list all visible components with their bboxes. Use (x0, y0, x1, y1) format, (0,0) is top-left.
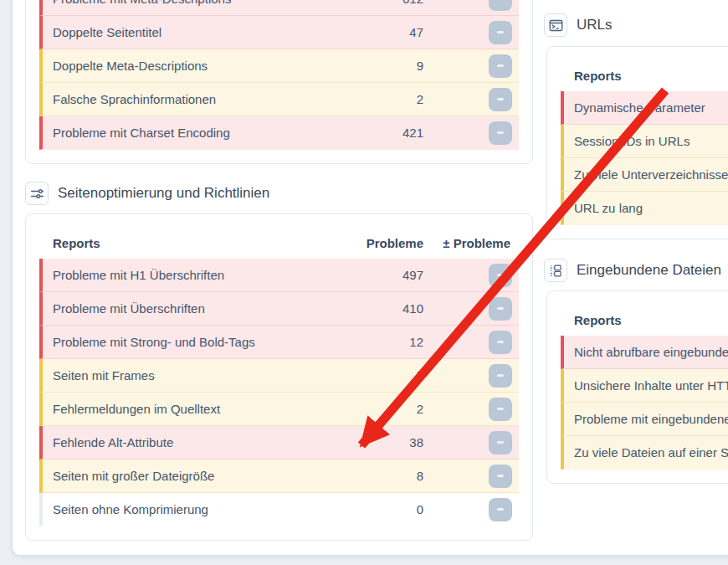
minus-button[interactable] (489, 121, 512, 145)
pageopt-reports-table-card: Reports Probleme ± Probleme Probleme mit… (25, 213, 533, 541)
problem-count: 8 (356, 469, 423, 483)
report-label: Probleme mit Meta-Descriptions (43, 0, 356, 6)
report-row[interactable]: URL zu lang (561, 192, 728, 225)
column-header-reports: Reports (561, 69, 728, 83)
report-row[interactable]: Unsichere Inhalte unter HTTPS (561, 369, 728, 403)
report-label: Zu viele Dateien auf einer Seite (564, 445, 728, 460)
minus-button[interactable] (489, 297, 512, 321)
minus-button[interactable] (489, 88, 512, 111)
report-label: Probleme mit eingebundenen Dateien (564, 412, 728, 426)
section-header-pageopt: Seitenoptimierung und Richtlinien (25, 182, 269, 205)
report-row[interactable]: Dynamische Parameter (561, 91, 728, 125)
minus-icon (497, 408, 504, 410)
report-label: URL zu lang (564, 201, 728, 215)
table-header-row: Reports Probleme ± Probleme (39, 228, 519, 259)
report-label: Dynamische Parameter (564, 100, 728, 115)
minus-button[interactable] (489, 264, 512, 287)
minus-button[interactable] (489, 398, 512, 421)
urls-reports-table-card: Reports Dynamische Parameter Session-IDs… (546, 46, 728, 239)
minus-icon (497, 475, 504, 477)
report-row[interactable]: Probleme mit H1 Überschriften 497 (39, 259, 519, 292)
report-label: Doppelte Meta-Descriptions (43, 59, 356, 73)
report-row[interactable]: Zu viele Unterverzeichnisse (561, 158, 728, 192)
minus-button[interactable] (489, 331, 512, 354)
minus-button[interactable] (489, 498, 512, 521)
report-row[interactable]: Fehlende Alt-Attribute 38 (39, 426, 519, 460)
report-row[interactable]: Doppelte Seitentitel 47 (39, 16, 519, 49)
report-row[interactable]: Probleme mit eingebundenen Dateien (561, 403, 728, 436)
problem-count: 2 (356, 402, 423, 416)
report-row[interactable]: Nicht abrufbare eingebundene Dateien (561, 336, 728, 369)
problem-count: 497 (356, 268, 423, 282)
report-label: Doppelte Seitentitel (43, 25, 356, 39)
column-header-problems: Probleme (356, 236, 423, 250)
report-row[interactable]: Probleme mit Meta-Descriptions 612 (39, 0, 519, 16)
section-header-files: Eingebundene Dateien (544, 259, 721, 282)
report-label: Session-IDs in URLs (564, 134, 728, 148)
report-row[interactable]: Seiten mit großer Dateigröße 8 (39, 460, 519, 493)
report-row[interactable]: Zu viele Dateien auf einer Seite (561, 436, 728, 470)
problem-count: 12 (356, 335, 423, 349)
report-row[interactable]: Fehlermeldungen im Quelltext 2 (39, 393, 519, 426)
problem-count: 9 (356, 59, 423, 73)
report-label: Falsche Sprachinformationen (43, 92, 356, 106)
report-label: Unsichere Inhalte unter HTTPS (564, 378, 728, 393)
problem-count: 0 (356, 502, 423, 516)
minus-icon (497, 374, 504, 377)
report-row[interactable]: Probleme mit Charset Encoding 421 (39, 116, 519, 150)
report-label: Seiten mit Frames (43, 368, 356, 383)
minus-button[interactable] (489, 54, 512, 78)
report-row[interactable]: Session-IDs in URLs (561, 125, 728, 158)
report-row[interactable]: Probleme mit Überschriften 410 (39, 292, 519, 326)
minus-icon (497, 274, 504, 276)
column-header-delta-problems: ± Probleme (423, 236, 519, 250)
report-label: Probleme mit Überschriften (43, 301, 356, 316)
report-row[interactable]: Probleme mit Strong- und Bold-Tags 12 (39, 326, 519, 359)
section-title: Seitenoptimierung und Richtlinien (58, 185, 269, 202)
minus-button[interactable] (489, 364, 512, 388)
minus-icon (497, 508, 504, 511)
report-label: Seiten mit großer Dateigröße (43, 469, 356, 483)
minus-button[interactable] (489, 21, 512, 44)
report-row[interactable]: Seiten mit Frames 5 (39, 359, 519, 393)
section-header-urls: URLs (544, 13, 613, 37)
report-label: Fehlermeldungen im Quelltext (43, 402, 356, 416)
report-label: Probleme mit Strong- und Bold-Tags (43, 335, 356, 349)
minus-icon (497, 98, 504, 100)
report-row[interactable]: Falsche Sprachinformationen 2 (39, 83, 519, 116)
minus-button[interactable] (489, 465, 512, 488)
sliders-icon (25, 182, 49, 205)
meta-reports-table-card: Probleme mit Meta-Descriptions 612 Doppe… (25, 0, 533, 164)
section-title: URLs (577, 17, 613, 33)
table-header-row: Reports (561, 305, 728, 336)
problem-count: 38 (356, 435, 423, 449)
problem-count: 612 (356, 0, 423, 6)
minus-icon (497, 31, 504, 33)
minus-icon (497, 341, 504, 343)
files-reports-table-card: Reports Nicht abrufbare eingebundene Dat… (546, 290, 728, 484)
report-label: Probleme mit Charset Encoding (43, 126, 356, 140)
problem-count: 47 (356, 25, 423, 39)
minus-icon (497, 307, 504, 310)
problem-count: 410 (356, 301, 423, 316)
report-label: Seiten ohne Komprimierung (43, 502, 356, 516)
minus-icon (497, 441, 504, 444)
section-title: Eingebundene Dateien (577, 262, 721, 279)
report-label: Nicht abrufbare eingebundene Dateien (564, 345, 728, 359)
file-tree-icon (544, 259, 567, 282)
minus-icon (497, 131, 504, 134)
terminal-window-icon (544, 13, 567, 37)
column-header-reports: Reports (561, 313, 728, 327)
problem-count: 2 (356, 92, 423, 106)
minus-button[interactable] (489, 0, 512, 11)
minus-button[interactable] (489, 431, 512, 455)
problem-count: 5 (356, 368, 423, 383)
minus-icon (497, 64, 504, 67)
report-label: Zu viele Unterverzeichnisse (564, 167, 728, 182)
report-label: Fehlende Alt-Attribute (43, 435, 356, 449)
report-row[interactable]: Doppelte Meta-Descriptions 9 (39, 49, 519, 83)
report-row[interactable]: Seiten ohne Komprimierung 0 (39, 493, 519, 526)
table-header-row: Reports (561, 60, 728, 91)
report-label: Probleme mit H1 Überschriften (43, 268, 356, 282)
problem-count: 421 (356, 126, 423, 140)
